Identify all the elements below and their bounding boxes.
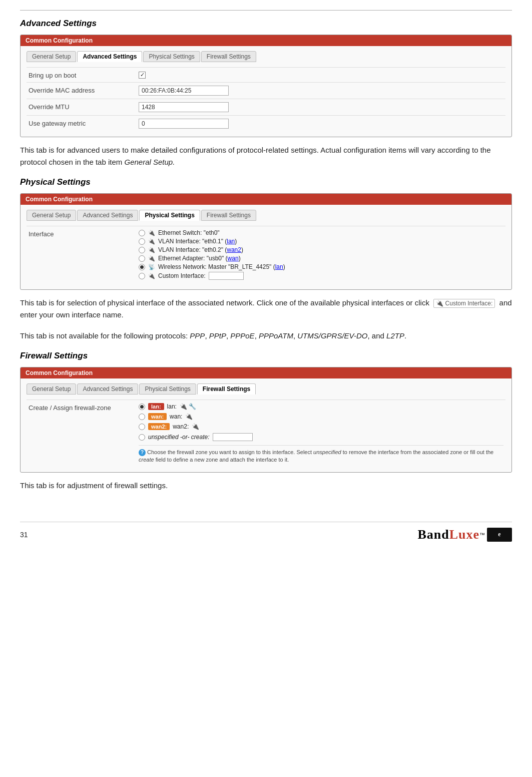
override-mtu-row: Override MTU	[27, 99, 505, 115]
zone-wan-text: wan:	[170, 413, 182, 420]
interface-label: Interface	[29, 229, 139, 238]
tab-physical-settings-fw[interactable]: Physical Settings	[139, 383, 196, 395]
radio-zone-unspecified[interactable]	[139, 434, 145, 441]
firewall-zone-options: lan: lan: 🔌 🔧 wan: wan: 🔌 wan2: wan2: 🔌	[139, 403, 503, 464]
bring-up-on-boot-label: Bring up on boot	[29, 71, 139, 79]
interface-radio-list: 🔌 Ethernet Switch: "eth0" 🔌 VLAN Interfa…	[139, 229, 503, 280]
eth0-1-link[interactable]: lan	[227, 238, 235, 245]
zone-wan-icon: 🔌	[185, 413, 193, 420]
zone-lan-row: lan: lan: 🔌 🔧	[139, 403, 503, 410]
gateway-metric-label: Use gateway metric	[29, 119, 139, 127]
radio-zone-wan[interactable]	[139, 414, 145, 420]
logo-bar: e	[487, 528, 512, 542]
tab-firewall-settings-phys[interactable]: Firewall Settings	[201, 210, 256, 221]
radio-zone-lan[interactable]	[139, 404, 145, 410]
firewall-settings-config-box: Common Configuration General Setup Advan…	[20, 367, 512, 473]
custom-label: Custom Interface:	[158, 272, 206, 279]
eth0-2-link[interactable]: wan2	[227, 246, 241, 253]
tab-physical-settings[interactable]: Physical Settings	[139, 210, 200, 221]
radio-eth0[interactable]	[139, 230, 145, 236]
custom-icon: 🔌	[148, 273, 155, 279]
radio-zone-wan2[interactable]	[139, 424, 145, 430]
tab-advanced-settings-phys[interactable]: Advanced Settings	[77, 210, 138, 221]
zone-wan-row: wan: wan: 🔌	[139, 413, 503, 420]
create-zone-input[interactable]	[213, 433, 253, 441]
tab-general-setup-adv[interactable]: General Setup	[27, 51, 76, 62]
firewall-settings-title: Firewall Settings	[20, 351, 512, 361]
advanced-settings-description: This tab is for advanced users to make d…	[20, 144, 512, 168]
zone-unspecified-text: unspecified -or- create:	[148, 434, 210, 441]
physical-settings-description1: This tab is for selection of physical in…	[20, 297, 512, 321]
tab-physical-settings-adv[interactable]: Physical Settings	[143, 51, 200, 62]
override-mtu-value	[139, 102, 503, 112]
usb0-icon: 🔌	[148, 255, 155, 262]
logo-tm: ™	[479, 532, 485, 538]
wireless-link[interactable]: lan	[275, 263, 283, 270]
gateway-metric-input[interactable]	[139, 119, 229, 129]
override-mac-row: Override MAC address	[27, 82, 505, 99]
advanced-settings-config-box: Common Configuration General Setup Advan…	[20, 35, 512, 137]
usb0-link[interactable]: wan	[228, 255, 239, 262]
physical-settings-box-header: Common Configuration	[21, 194, 511, 205]
firewall-zone-row: Create / Assign firewall-zone lan: lan: …	[27, 400, 505, 467]
advanced-settings-box-body: General Setup Advanced Settings Physical…	[21, 46, 511, 137]
override-mtu-input[interactable]	[139, 102, 229, 112]
help-icon: ?	[139, 449, 146, 456]
bring-up-on-boot-value: ✓	[139, 71, 503, 79]
usb0-label: Ethernet Adapter: "usb0" (wan)	[158, 255, 241, 262]
eth0-icon: 🔌	[148, 230, 155, 236]
interface-row: Interface 🔌 Ethernet Switch: "eth0" 🔌 VL…	[27, 226, 505, 284]
physical-settings-config-box: Common Configuration General Setup Advan…	[20, 193, 512, 290]
radio-eth0-2[interactable]	[139, 247, 145, 253]
radio-custom[interactable]	[139, 273, 145, 279]
interface-options: 🔌 Ethernet Switch: "eth0" 🔌 VLAN Interfa…	[139, 229, 503, 281]
logo-bar-text: e	[498, 531, 500, 538]
logo-band: Band	[417, 527, 449, 542]
zone-wan2-row: wan2: wan2: 🔌	[139, 423, 503, 430]
firewall-settings-description: This tab is for adjustment of firewall s…	[20, 480, 512, 492]
physical-settings-box-body: General Setup Advanced Settings Physical…	[21, 205, 511, 289]
override-mac-input[interactable]	[139, 86, 229, 96]
zone-lan-icons: 🔌 🔧	[180, 403, 196, 410]
logo-text: BandLuxe	[417, 527, 479, 542]
firewall-help-text: ? Choose the firewall zone you want to a…	[139, 445, 503, 464]
tab-advanced-settings-fw[interactable]: Advanced Settings	[77, 383, 138, 395]
eth0-2-label: VLAN Interface: "eth0.2" (wan2)	[158, 246, 243, 253]
eth0-2-icon: 🔌	[148, 247, 155, 253]
zone-unspecified-row: unspecified -or- create:	[139, 433, 503, 441]
custom-interface-input[interactable]	[209, 272, 244, 280]
interface-eth0: 🔌 Ethernet Switch: "eth0"	[139, 229, 503, 236]
custom-interface-inline: 🔌 Custom Interface:	[433, 299, 495, 308]
interface-custom: 🔌 Custom Interface:	[139, 272, 503, 280]
zone-wan2-text: wan2:	[173, 423, 189, 430]
interface-eth0-2: 🔌 VLAN Interface: "eth0.2" (wan2)	[139, 246, 503, 253]
radio-wireless[interactable]	[139, 264, 145, 270]
radio-usb0[interactable]	[139, 255, 145, 262]
physical-settings-title: Physical Settings	[20, 177, 512, 187]
gateway-metric-row: Use gateway metric	[27, 115, 505, 132]
eth0-1-icon: 🔌	[148, 238, 155, 245]
footer: 31 BandLuxe ™ e	[20, 522, 512, 542]
interface-usb0: 🔌 Ethernet Adapter: "usb0" (wan)	[139, 255, 503, 262]
tab-general-setup-fw[interactable]: General Setup	[27, 383, 76, 395]
tab-firewall-settings[interactable]: Firewall Settings	[197, 383, 256, 395]
zone-lan-text: lan:	[167, 403, 177, 410]
physical-settings-tabs: General Setup Advanced Settings Physical…	[27, 210, 505, 221]
interface-eth0-1: 🔌 VLAN Interface: "eth0.1" (lan)	[139, 238, 503, 245]
zone-wan2-badge: wan2:	[148, 423, 170, 430]
radio-eth0-1[interactable]	[139, 238, 145, 245]
zone-wan-badge: wan:	[148, 413, 167, 420]
tab-firewall-settings-adv[interactable]: Firewall Settings	[201, 51, 256, 62]
zone-wan2-icon: 🔌	[192, 423, 199, 430]
bring-up-on-boot-checkbox[interactable]: ✓	[139, 72, 146, 79]
zone-lan-badge: lan:	[148, 403, 164, 410]
tab-advanced-settings[interactable]: Advanced Settings	[77, 51, 142, 62]
advanced-settings-title: Advanced Settings	[20, 19, 512, 29]
firewall-settings-box-header: Common Configuration	[21, 367, 511, 378]
firewall-zone-label: Create / Assign firewall-zone	[29, 403, 139, 412]
tab-general-setup-phys[interactable]: General Setup	[27, 210, 76, 221]
footer-logo: BandLuxe ™ e	[417, 527, 512, 542]
top-border	[20, 10, 512, 11]
interface-wireless: 📡 Wireless Network: Master "BR_LTE_4425"…	[139, 263, 503, 270]
override-mtu-label: Override MTU	[29, 102, 139, 111]
